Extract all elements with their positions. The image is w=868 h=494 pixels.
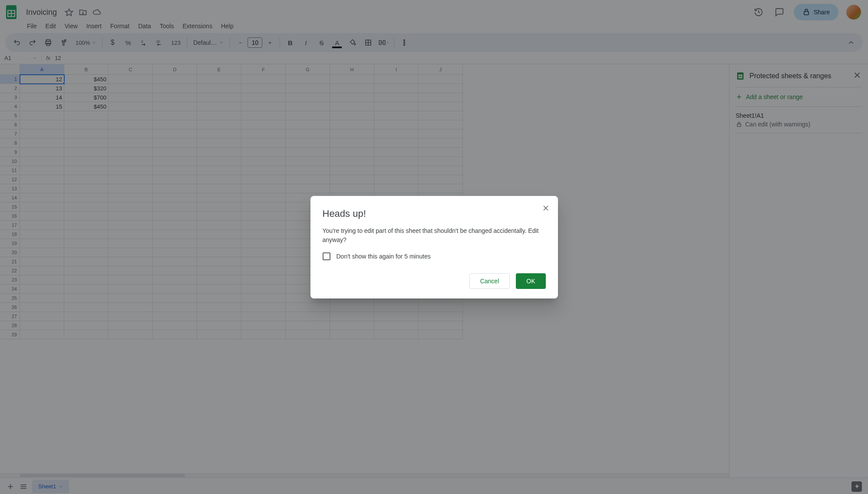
dialog-body: You're trying to edit part of this sheet… bbox=[323, 226, 546, 245]
close-icon[interactable] bbox=[541, 204, 550, 214]
dialog-title: Heads up! bbox=[323, 208, 546, 219]
modal-scrim: Heads up! You're trying to edit part of … bbox=[0, 0, 868, 494]
checkbox-label: Don't show this again for 5 minutes bbox=[337, 253, 431, 260]
heads-up-dialog: Heads up! You're trying to edit part of … bbox=[310, 196, 558, 298]
dont-show-checkbox-row[interactable]: Don't show this again for 5 minutes bbox=[323, 252, 546, 260]
cancel-button[interactable]: Cancel bbox=[469, 273, 510, 289]
checkbox-icon[interactable] bbox=[323, 252, 330, 260]
ok-button[interactable]: OK bbox=[516, 273, 545, 289]
